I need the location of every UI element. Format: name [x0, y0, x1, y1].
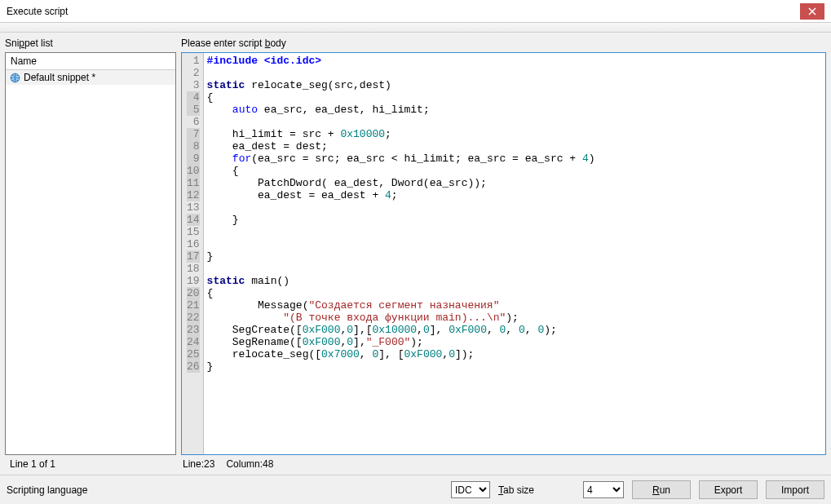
status-column: Column:48 [226, 458, 273, 470]
tab-size-select[interactable]: 4 [583, 481, 624, 498]
scripting-language-label: Scripting language [7, 484, 87, 496]
toolbar-strip [0, 23, 831, 33]
editor-status: Line:23 Column:48 [181, 455, 826, 475]
snippet-list[interactable]: Name Default snippet * [5, 52, 176, 455]
snippet-list-header[interactable]: Name [6, 53, 175, 70]
tab-size-label: Tab size [498, 484, 534, 496]
run-button[interactable]: Run [632, 480, 691, 499]
globe-icon [9, 72, 20, 83]
status-line: Line:23 [183, 458, 214, 470]
editor-panel: Please enter script body 1 2 3 4 5 6 7 8… [181, 36, 826, 475]
window-title: Execute script [7, 6, 800, 17]
bottom-bar: Scripting language IDC Tab size 4 Run Ex… [0, 475, 831, 504]
snippet-list-item[interactable]: Default snippet * [6, 70, 175, 85]
import-button[interactable]: Import [766, 480, 824, 499]
export-button[interactable]: Export [699, 480, 758, 499]
line-gutter: 1 2 3 4 5 6 7 8 9 10 11 12 13 14 15 16 1… [182, 53, 204, 454]
snippet-list-label: Snippet list [5, 36, 176, 52]
snippet-item-name: Default snippet * [24, 72, 95, 83]
code-content[interactable]: #include <idc.idc> static relocate_seg(s… [204, 53, 825, 454]
title-bar[interactable]: Execute script [0, 0, 831, 23]
code-editor[interactable]: 1 2 3 4 5 6 7 8 9 10 11 12 13 14 15 16 1… [181, 52, 826, 455]
language-select[interactable]: IDC [451, 481, 490, 498]
main-area: Snippet list Name Default snippet * Line… [0, 33, 831, 475]
controls-row: IDC Tab size 4 Run Export Import [451, 480, 824, 499]
run-button-rest: un [660, 484, 670, 496]
close-icon [808, 7, 816, 15]
snippet-status: Line 1 of 1 [5, 455, 176, 475]
editor-label: Please enter script body [181, 36, 826, 52]
close-button[interactable] [800, 3, 824, 20]
snippet-panel: Snippet list Name Default snippet * Line… [5, 36, 176, 475]
